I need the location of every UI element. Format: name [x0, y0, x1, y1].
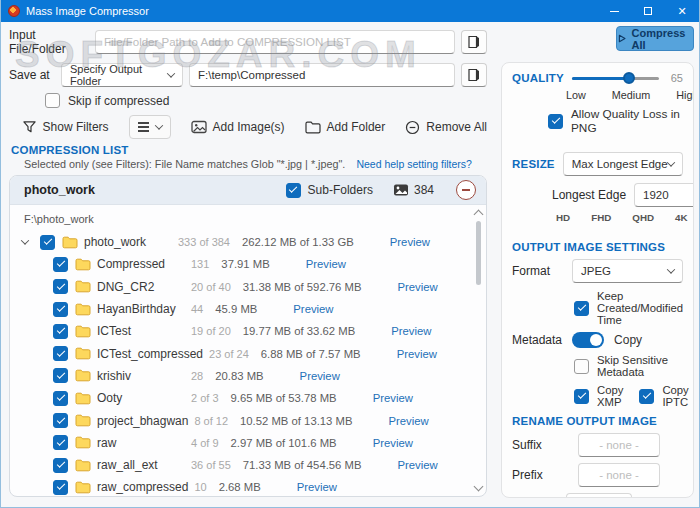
replace-from-field[interactable] — [566, 493, 632, 498]
minimize-button[interactable] — [597, 0, 631, 22]
remove-all-button[interactable]: Remove All — [405, 120, 487, 135]
prefix-field[interactable] — [578, 463, 660, 487]
suffix-field[interactable] — [578, 433, 660, 457]
folder-name: HayanBirthday — [97, 302, 191, 316]
preset-hd[interactable]: HD — [556, 212, 570, 223]
add-images-button[interactable]: Add Image(s) — [191, 120, 285, 134]
chevron-down-icon — [167, 69, 175, 77]
row-checkbox[interactable] — [53, 458, 68, 473]
tree-row[interactable]: raw_all_ext 36 of 55 71.33 MB of 454.56 … — [22, 454, 472, 476]
row-checkbox[interactable] — [53, 413, 68, 428]
tree-row[interactable]: raw 4 of 9 2.97 MB of 101.6 MB Preview — [22, 432, 472, 454]
scroll-down-icon[interactable] — [474, 482, 484, 492]
preview-link[interactable]: Preview — [306, 258, 346, 270]
folder-name: ICTest — [97, 324, 191, 338]
longest-edge-field[interactable] — [634, 183, 694, 207]
metadata-toggle[interactable] — [572, 332, 604, 348]
browse-input-button[interactable] — [461, 30, 487, 54]
remove-group-button[interactable] — [456, 180, 476, 200]
sub-folders-checkbox[interactable] — [286, 183, 301, 198]
skip-if-compressed-checkbox[interactable] — [45, 93, 60, 108]
sub-folders-label: Sub-Folders — [308, 183, 373, 197]
row-checkbox[interactable] — [40, 235, 55, 250]
quality-slider[interactable] — [572, 72, 659, 84]
preview-link[interactable]: Preview — [391, 325, 431, 337]
row-checkbox[interactable] — [53, 391, 68, 406]
compress-all-button[interactable]: Compress All — [616, 26, 694, 51]
preview-link[interactable]: Preview — [297, 481, 337, 493]
copy-xmp-label: Copy XMP — [597, 384, 623, 408]
preview-link[interactable]: Preview — [390, 236, 430, 248]
list-menu-button[interactable] — [129, 115, 171, 139]
format-dropdown[interactable]: JPEG — [572, 259, 683, 283]
tree-row[interactable]: photo_work 333 of 384 262.12 MB of 1.33 … — [22, 231, 472, 253]
row-checkbox[interactable] — [53, 279, 68, 294]
input-path-field[interactable] — [95, 30, 455, 54]
row-checkbox[interactable] — [53, 324, 68, 339]
tree-row[interactable]: raw_compressed 10 2.68 MB Preview — [22, 476, 472, 497]
copy-iptc-label: Copy IPTC — [662, 384, 688, 408]
preview-link[interactable]: Preview — [397, 459, 437, 471]
scroll-up-icon[interactable] — [474, 210, 484, 220]
quality-slider-thumb[interactable] — [623, 72, 635, 84]
png-loss-checkbox[interactable] — [548, 114, 563, 129]
preset-fhd[interactable]: FHD — [591, 212, 611, 223]
browse-output-button[interactable] — [461, 63, 487, 87]
save-mode-value: Specify Output Folder — [70, 63, 168, 87]
keep-time-checkbox[interactable] — [574, 301, 589, 316]
quality-medium[interactable]: Medium — [612, 89, 650, 101]
filter-help-link[interactable]: Need help setting filters? — [356, 158, 472, 170]
folder-size: 2.97 MB of 101.6 MB — [231, 437, 337, 449]
preview-link[interactable]: Preview — [293, 303, 333, 315]
quality-low[interactable]: Low — [566, 89, 586, 101]
tree-row[interactable]: ICTest_compressed 23 of 24 6.88 MB of 7.… — [22, 342, 472, 364]
tree-row[interactable]: ICTest 19 of 20 19.77 MB of 33.62 MB Pre… — [22, 320, 472, 342]
row-checkbox[interactable] — [53, 480, 68, 495]
output-path-field[interactable] — [189, 63, 455, 87]
preset-4k[interactable]: 4K — [675, 212, 688, 223]
expand-chevron-icon[interactable] — [22, 239, 40, 245]
preview-link[interactable]: Preview — [373, 392, 413, 404]
preview-link[interactable]: Preview — [397, 348, 437, 360]
folder-icon — [305, 121, 321, 134]
preset-qhd[interactable]: QHD — [632, 212, 654, 223]
format-label: Format — [512, 264, 564, 278]
replace-to-field[interactable] — [692, 493, 694, 498]
longest-edge-label: Longest Edge — [552, 188, 626, 202]
tree-row[interactable]: project_bhagwan 8 of 12 10.52 MB of 13.1… — [22, 409, 472, 431]
tree-row[interactable]: HayanBirthday 44 45.9 MB Preview — [22, 298, 472, 320]
row-checkbox[interactable] — [53, 368, 68, 383]
save-mode-dropdown[interactable]: Specify Output Folder — [61, 63, 183, 87]
tree-row[interactable]: Ooty 2 of 3 9.65 MB of 53.78 MB Preview — [22, 387, 472, 409]
metadata-value: Copy — [614, 333, 642, 347]
chevron-down-icon — [154, 121, 162, 129]
preview-link[interactable]: Preview — [373, 437, 413, 449]
skip-sensitive-checkbox[interactable] — [574, 359, 589, 374]
copy-xmp-checkbox[interactable] — [574, 389, 589, 404]
folder-icon — [75, 392, 91, 405]
app-window: Mass Image Compressor ✕ SOFTGOZAR.COM In… — [0, 0, 700, 508]
close-button[interactable]: ✕ — [665, 0, 699, 22]
list-scrollbar[interactable] — [473, 209, 483, 492]
tree-row[interactable]: krishiv 28 20.83 MB Preview — [22, 365, 472, 387]
preview-link[interactable]: Preview — [388, 415, 428, 427]
minus-circle-icon — [405, 120, 420, 135]
show-filters-label: Show Filters — [43, 120, 109, 134]
maximize-button[interactable] — [631, 0, 665, 22]
folder-size: 6.88 MB of 7.57 MB — [261, 348, 361, 360]
scrollbar-thumb[interactable] — [476, 221, 481, 285]
row-checkbox[interactable] — [53, 346, 68, 361]
preview-link[interactable]: Preview — [300, 370, 340, 382]
show-filters-button[interactable]: Show Filters — [22, 120, 109, 134]
row-checkbox[interactable] — [53, 435, 68, 450]
row-checkbox[interactable] — [53, 257, 68, 272]
add-folder-button[interactable]: Add Folder — [305, 120, 386, 134]
row-checkbox[interactable] — [53, 302, 68, 317]
resize-mode-dropdown[interactable]: Max Longest Edge — [563, 152, 683, 176]
quality-high[interactable]: High — [676, 89, 694, 101]
copy-iptc-checkbox[interactable] — [639, 389, 654, 404]
tree-row[interactable]: DNG_CR2 20 of 40 31.38 MB of 592.76 MB P… — [22, 276, 472, 298]
input-file-folder-label: Input File/Folder — [9, 28, 89, 56]
tree-row[interactable]: Compressed 131 37.91 MB Preview — [22, 253, 472, 275]
preview-link[interactable]: Preview — [397, 281, 437, 293]
